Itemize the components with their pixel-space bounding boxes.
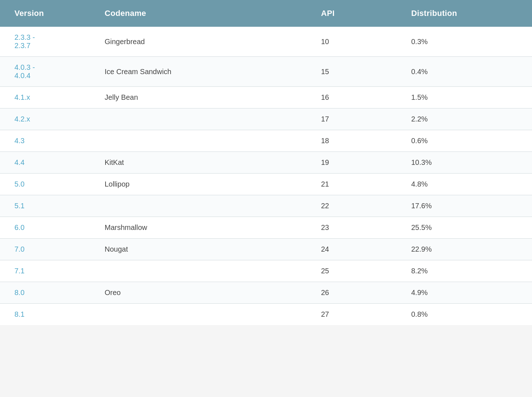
cell-api: 17 xyxy=(306,108,396,130)
cell-distribution: 2.2% xyxy=(397,108,532,130)
cell-distribution: 0.6% xyxy=(397,130,532,152)
table-row: 5.12217.6% xyxy=(0,195,532,217)
cell-version: 7.1 xyxy=(0,260,90,282)
cell-api: 27 xyxy=(306,304,396,325)
android-distribution-table: Version Codename API Distribution 2.3.3 … xyxy=(0,0,532,325)
cell-distribution: 8.2% xyxy=(397,260,532,282)
cell-version: 8.0 xyxy=(0,282,90,304)
cell-version: 4.0.3 -4.0.4 xyxy=(0,57,90,87)
cell-codename: Oreo xyxy=(90,282,306,304)
table-row: 4.3180.6% xyxy=(0,130,532,152)
cell-codename xyxy=(90,304,306,325)
cell-version: 5.1 xyxy=(0,195,90,217)
cell-version: 4.2.x xyxy=(0,108,90,130)
header-api: API xyxy=(306,0,396,27)
table-row: 6.0Marshmallow2325.5% xyxy=(0,217,532,239)
cell-version: 7.0 xyxy=(0,239,90,260)
table-header-row: Version Codename API Distribution xyxy=(0,0,532,27)
table-row: 4.2.x172.2% xyxy=(0,108,532,130)
header-version: Version xyxy=(0,0,90,27)
cell-api: 22 xyxy=(306,195,396,217)
cell-distribution: 4.8% xyxy=(397,174,532,195)
cell-codename xyxy=(90,195,306,217)
cell-api: 15 xyxy=(306,57,396,87)
cell-version: 4.4 xyxy=(0,152,90,174)
table-row: 4.0.3 -4.0.4Ice Cream Sandwich150.4% xyxy=(0,57,532,87)
cell-distribution: 0.3% xyxy=(397,27,532,57)
cell-codename: Marshmallow xyxy=(90,217,306,239)
cell-codename: Lollipop xyxy=(90,174,306,195)
cell-distribution: 10.3% xyxy=(397,152,532,174)
cell-api: 21 xyxy=(306,174,396,195)
cell-version: 2.3.3 -2.3.7 xyxy=(0,27,90,57)
cell-codename xyxy=(90,108,306,130)
table-row: 2.3.3 -2.3.7Gingerbread100.3% xyxy=(0,27,532,57)
cell-distribution: 0.8% xyxy=(397,304,532,325)
header-codename: Codename xyxy=(90,0,306,27)
cell-api: 26 xyxy=(306,282,396,304)
cell-codename: Ice Cream Sandwich xyxy=(90,57,306,87)
cell-api: 10 xyxy=(306,27,396,57)
table-row: 4.1.xJelly Bean161.5% xyxy=(0,87,532,108)
table-row: 4.4KitKat1910.3% xyxy=(0,152,532,174)
cell-version: 8.1 xyxy=(0,304,90,325)
table-row: 8.1270.8% xyxy=(0,304,532,325)
cell-codename: Jelly Bean xyxy=(90,87,306,108)
cell-distribution: 22.9% xyxy=(397,239,532,260)
cell-api: 23 xyxy=(306,217,396,239)
cell-api: 16 xyxy=(306,87,396,108)
header-distribution: Distribution xyxy=(397,0,532,27)
cell-api: 19 xyxy=(306,152,396,174)
cell-distribution: 0.4% xyxy=(397,57,532,87)
cell-distribution: 25.5% xyxy=(397,217,532,239)
cell-codename: KitKat xyxy=(90,152,306,174)
table-row: 7.1258.2% xyxy=(0,260,532,282)
cell-codename: Gingerbread xyxy=(90,27,306,57)
cell-api: 25 xyxy=(306,260,396,282)
cell-version: 6.0 xyxy=(0,217,90,239)
cell-version: 4.1.x xyxy=(0,87,90,108)
table-row: 7.0Nougat2422.9% xyxy=(0,239,532,260)
cell-distribution: 17.6% xyxy=(397,195,532,217)
cell-distribution: 4.9% xyxy=(397,282,532,304)
cell-codename xyxy=(90,130,306,152)
cell-codename: Nougat xyxy=(90,239,306,260)
table-row: 8.0Oreo264.9% xyxy=(0,282,532,304)
cell-codename xyxy=(90,260,306,282)
cell-version: 5.0 xyxy=(0,174,90,195)
cell-version: 4.3 xyxy=(0,130,90,152)
cell-distribution: 1.5% xyxy=(397,87,532,108)
cell-api: 18 xyxy=(306,130,396,152)
cell-api: 24 xyxy=(306,239,396,260)
table-row: 5.0Lollipop214.8% xyxy=(0,174,532,195)
